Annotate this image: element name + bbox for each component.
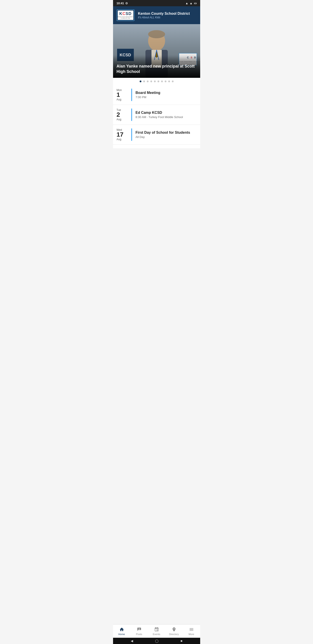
dot-3[interactable] [147,80,149,82]
event-date-3: Wed 17 Aug [117,128,128,141]
event-title-1: Board Meeting [136,91,197,95]
header-title: Kenton County School District [138,12,197,16]
event-day-num-3: 17 [117,132,124,138]
content-spacer [113,148,200,180]
shield-icon: ⊙ [125,2,128,5]
event-content-3: First Day of School for Students All Day [136,128,197,141]
event-title-3: First Day of School for Students [136,130,197,134]
signal-icon: ▲ [190,2,193,5]
event-item-2[interactable]: Tue 2 Aug Ed Camp KCSD 8:30 AM · Turkey … [113,105,200,125]
event-item-1[interactable]: Mon 1 Aug Board Meeting 7:00 PM [113,85,200,105]
dot-2[interactable] [143,80,145,82]
event-divider-1 [131,88,132,101]
event-content-2: Ed Camp KCSD 8:30 AM · Turkey Foot Middl… [136,108,197,121]
event-item-3[interactable]: Wed 17 Aug First Day of School for Stude… [113,125,200,145]
event-content-1: Board Meeting 7:00 PM [136,88,197,101]
events-list: Mon 1 Aug Board Meeting 7:00 PM Tue 2 Au… [113,85,200,148]
event-time-3: All Day [136,135,197,139]
hero-overlay: Alan Yanke named new principal at Scott … [113,55,200,78]
event-divider-3 [131,128,132,141]
logo-subtext: Kenton County School District | It's abo… [118,16,133,19]
event-month-2: Aug [117,118,121,121]
carousel-dots [113,78,200,85]
event-day-num-2: 2 [117,112,120,118]
hero-caption: Alan Yanke named new principal at Scott … [117,64,197,74]
dot-1[interactable] [140,80,141,82]
event-day-num-1: 1 [117,92,120,98]
dot-8[interactable] [165,80,166,82]
event-title-2: Ed Camp KCSD [136,111,197,115]
event-date-2: Tue 2 Aug [117,108,128,121]
event-month-3: Aug [117,138,121,141]
app-header: KCSD Kenton County School District | It'… [113,6,200,24]
app-logo: KCSD Kenton County School District | It'… [117,10,134,21]
dot-6[interactable] [158,80,159,82]
event-divider-2 [131,108,132,121]
dot-5[interactable] [154,80,156,82]
status-left: 10:41 ⊙ [117,2,128,5]
battery-icon: ▭ [194,2,197,5]
dot-9[interactable] [168,80,170,82]
status-time: 10:41 [117,2,124,5]
hero-image[interactable]: KCSD C S D County School District | It's… [113,24,200,78]
wifi-icon: ▲ [185,2,188,5]
event-time-1: 7:00 PM [136,96,197,99]
dot-10[interactable] [172,80,174,82]
event-time-2: 8:30 AM · Turkey Foot Middle School [136,116,197,119]
status-bar: 10:41 ⊙ ▲ ▲ ▭ [113,0,200,6]
header-subtitle: It's About ALL Kids [138,16,197,19]
dot-4[interactable] [150,80,152,82]
status-right: ▲ ▲ ▭ [185,2,197,5]
header-text: Kenton County School District It's About… [138,12,197,19]
event-month-1: Aug [117,98,121,101]
dot-7[interactable] [161,80,163,82]
event-date-1: Mon 1 Aug [117,88,128,101]
logo-text: KCSD [119,12,132,16]
